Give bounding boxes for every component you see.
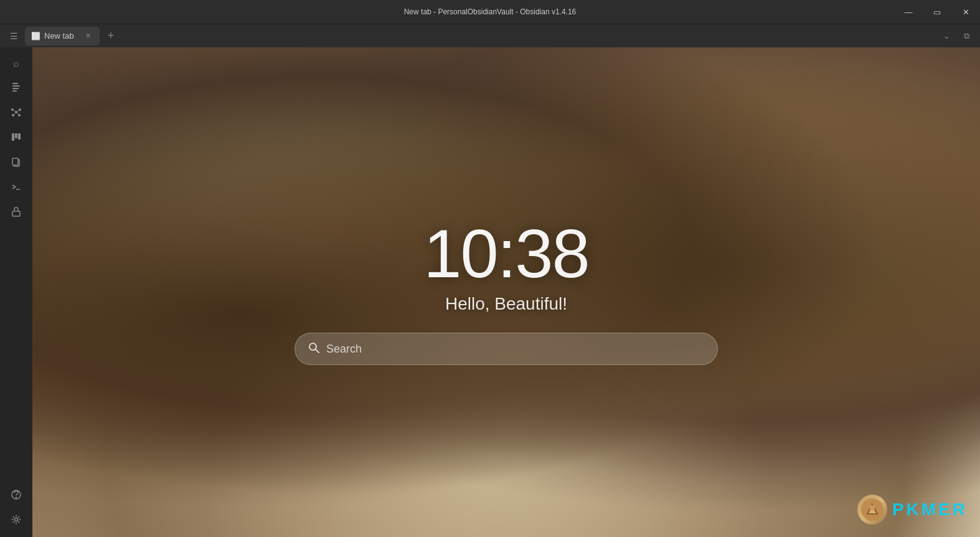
content-overlay: 10:38 Hello, Beautiful! Search <box>32 47 980 537</box>
sidebar-item-settings[interactable] <box>5 510 27 532</box>
svg-line-11 <box>13 112 16 115</box>
greeting-text: Hello, Beautiful! <box>445 294 567 314</box>
kanban-icon <box>11 131 22 145</box>
sidebar-item-graph[interactable] <box>5 102 27 125</box>
svg-rect-15 <box>18 133 21 140</box>
plugin-icon <box>11 206 22 220</box>
svg-rect-0 <box>12 83 18 84</box>
title-bar: New tab - PersonalObsidianVault - Obsidi… <box>0 0 980 24</box>
tab-bar: ☰ ⬜ New tab ✕ + ⌄ ⧉ <box>0 24 980 47</box>
sidebar-item-kanban[interactable] <box>5 127 27 150</box>
sidebar-item-copy[interactable] <box>5 152 27 174</box>
help-icon <box>11 489 22 503</box>
svg-rect-14 <box>15 133 17 138</box>
clock-display: 10:38 <box>423 219 588 288</box>
files-icon <box>11 82 22 95</box>
tab-list-button[interactable]: ⌄ <box>938 27 955 45</box>
svg-rect-3 <box>12 90 17 92</box>
pkmer-logo <box>857 495 887 525</box>
window-title: New tab - PersonalObsidianVault - Obsidi… <box>404 7 577 16</box>
new-tab-button[interactable]: + <box>102 27 120 45</box>
maximize-button[interactable]: ▭ <box>923 0 951 24</box>
split-view-icon: ⧉ <box>964 31 969 41</box>
content-area: 10:38 Hello, Beautiful! Search <box>32 47 980 537</box>
search-bar-icon <box>308 341 320 357</box>
search-bar[interactable]: Search <box>294 333 718 365</box>
sidebar-item-files[interactable] <box>5 77 27 100</box>
sidebar-toggle-button[interactable]: ☰ <box>5 27 22 45</box>
close-button[interactable]: ✕ <box>951 0 980 24</box>
sidebar-item-plugins[interactable] <box>5 202 27 224</box>
svg-rect-13 <box>12 133 14 141</box>
pkmer-watermark: PKMER <box>857 495 968 525</box>
svg-rect-1 <box>12 85 20 87</box>
tab-newtab[interactable]: ⬜ New tab ✕ <box>25 27 100 45</box>
sidebar: ⌕ <box>0 47 32 537</box>
pkmer-text: PKMER <box>892 500 968 520</box>
svg-rect-19 <box>12 211 20 216</box>
svg-rect-2 <box>12 88 19 89</box>
svg-point-21 <box>15 518 18 521</box>
tab-label: New tab <box>44 31 78 40</box>
svg-line-12 <box>16 112 19 115</box>
split-view-button[interactable]: ⧉ <box>958 27 975 45</box>
search-icon: ⌕ <box>13 58 19 69</box>
sidebar-item-help[interactable] <box>5 485 27 507</box>
chevron-down-icon: ⌄ <box>943 31 950 40</box>
svg-rect-17 <box>12 158 18 165</box>
svg-line-9 <box>12 110 16 112</box>
sidebar-item-terminal[interactable] <box>5 177 27 199</box>
minimize-button[interactable]: — <box>894 0 923 24</box>
graph-icon <box>11 107 22 120</box>
svg-line-23 <box>316 349 319 353</box>
main-area: ⌕ <box>0 47 980 537</box>
sidebar-item-search[interactable]: ⌕ <box>5 52 27 75</box>
terminal-icon <box>11 181 22 195</box>
settings-icon <box>11 514 22 528</box>
tab-bar-right: ⌄ ⧉ <box>938 27 975 45</box>
copy-icon <box>11 156 22 170</box>
title-bar-controls: — ▭ ✕ <box>894 0 980 24</box>
sidebar-toggle-icon: ☰ <box>10 31 18 41</box>
svg-line-10 <box>16 110 20 112</box>
search-placeholder: Search <box>326 343 362 356</box>
svg-point-25 <box>870 505 875 510</box>
tab-file-icon: ⬜ <box>31 32 40 40</box>
tab-close-button[interactable]: ✕ <box>82 31 93 42</box>
new-tab-icon: + <box>108 29 115 42</box>
